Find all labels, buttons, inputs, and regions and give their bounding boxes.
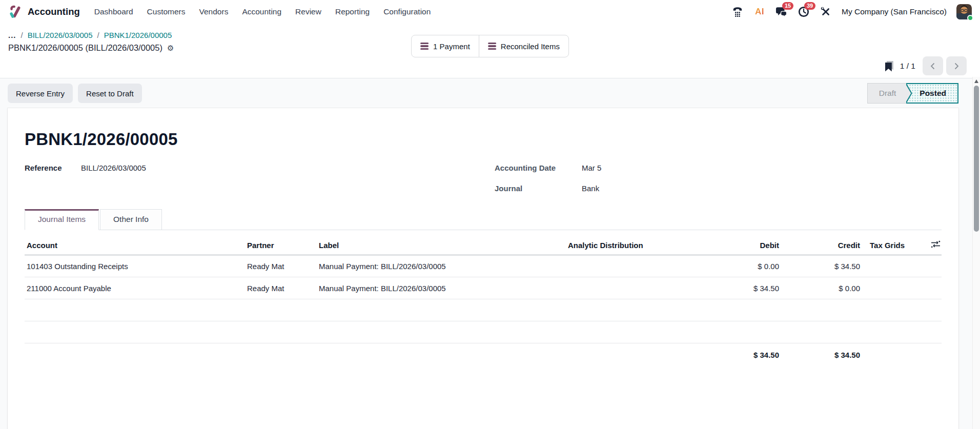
col-partner[interactable]: Partner: [245, 231, 317, 255]
empty-row: [25, 299, 942, 321]
totals-row: $ 34.50 $ 34.50: [25, 343, 942, 367]
breadcrumb-separator: /: [21, 31, 23, 39]
scrollbar-up-arrow[interactable]: [974, 79, 978, 83]
header-fields: Reference BILL/2026/03/0005 Accounting D…: [25, 164, 942, 193]
col-analytic[interactable]: Analytic Distribution: [566, 231, 686, 255]
journal-items-table: Account Partner Label Analytic Distribut…: [25, 231, 942, 367]
accounting-date-label: Accounting Date: [495, 164, 582, 172]
breadcrumb-parent-link[interactable]: BILL/2026/03/0005: [28, 31, 93, 39]
reverse-entry-button[interactable]: Reverse Entry: [8, 84, 73, 103]
reference-label: Reference: [25, 164, 70, 193]
cell-label[interactable]: Manual Payment: BILL/2026/03/0005: [317, 277, 566, 299]
user-avatar[interactable]: [956, 4, 972, 19]
statusbar: Draft Posted: [867, 83, 958, 104]
cell-debit[interactable]: $ 0.00: [686, 255, 783, 277]
cell-account[interactable]: 211000 Account Payable: [25, 277, 245, 299]
bars-icon: [488, 43, 496, 50]
scrollbar-thumb[interactable]: [974, 86, 979, 232]
cell-debit[interactable]: $ 34.50: [686, 277, 783, 299]
cell-partner[interactable]: Ready Mat: [245, 277, 317, 299]
cell-account[interactable]: 101403 Outstanding Receipts: [25, 255, 245, 277]
menu-customers[interactable]: Customers: [147, 7, 186, 16]
reference-value[interactable]: BILL/2026/03/0005: [81, 164, 146, 193]
reconciled-items-smart-button[interactable]: Reconciled Items: [479, 35, 569, 57]
cell-label[interactable]: Manual Payment: BILL/2026/03/0005: [317, 255, 566, 277]
payments-smart-button[interactable]: 1 Payment: [411, 35, 479, 57]
bars-icon: [420, 43, 428, 50]
systray: AI 15 39 My Company (San Francisco): [731, 4, 972, 19]
journal-value[interactable]: Bank: [582, 184, 601, 193]
total-debit: $ 34.50: [686, 343, 783, 367]
breadcrumb-current-link[interactable]: PBNK1/2026/00005: [104, 31, 172, 39]
menu-accounting[interactable]: Accounting: [242, 7, 281, 16]
odoo-accounting-logo[interactable]: [8, 5, 23, 19]
empty-row: [25, 321, 942, 343]
tab-other-info[interactable]: Other Info: [100, 209, 162, 230]
company-switcher[interactable]: My Company (San Francisco): [842, 7, 947, 16]
chevron-left-icon: [930, 62, 936, 70]
chevron-right-icon: [953, 62, 959, 70]
cell-analytic[interactable]: [566, 277, 686, 299]
cell-credit[interactable]: $ 34.50: [783, 255, 864, 277]
cell-tax-grids[interactable]: [864, 277, 913, 299]
menu-review[interactable]: Review: [295, 7, 321, 16]
entry-name-title: PBNK1/2026/00005: [25, 130, 942, 149]
reset-to-draft-button[interactable]: Reset to Draft: [78, 84, 142, 103]
ai-icon[interactable]: AI: [753, 6, 766, 18]
reconciled-items-smart-button-label: Reconciled Items: [501, 42, 560, 51]
optional-columns-toggle[interactable]: [913, 231, 942, 255]
breadcrumb-ellipsis[interactable]: ...: [8, 31, 16, 39]
top-navbar: Accounting Dashboard Customers Vendors A…: [0, 0, 980, 24]
cell-credit[interactable]: $ 0.00: [783, 277, 864, 299]
gear-icon[interactable]: ⚙: [167, 44, 174, 53]
pager-counter[interactable]: 1 / 1: [900, 62, 915, 71]
bookmark-icon[interactable]: [885, 61, 893, 71]
accounting-date-value[interactable]: Mar 5: [582, 164, 601, 172]
pager-next-button[interactable]: [946, 56, 967, 75]
journal-item-row[interactable]: 101403 Outstanding Receipts Ready Mat Ma…: [25, 255, 942, 277]
cell-tax-grids[interactable]: [864, 255, 913, 277]
journal-label: Journal: [495, 184, 582, 193]
statusbar-state-posted[interactable]: Posted: [906, 83, 958, 104]
table-header-row: Account Partner Label Analytic Distribut…: [25, 231, 942, 255]
payments-smart-button-label: 1 Payment: [433, 42, 470, 51]
statusbar-state-draft[interactable]: Draft: [867, 83, 907, 104]
sliders-icon: [931, 240, 941, 248]
main-menu: Dashboard Customers Vendors Accounting R…: [94, 7, 431, 16]
form-sheet: PBNK1/2026/00005 Reference BILL/2026/03/…: [8, 108, 958, 429]
app-name[interactable]: Accounting: [28, 6, 80, 17]
col-credit[interactable]: Credit: [783, 231, 864, 255]
smart-button-box: 1 Payment Reconciled Items: [411, 35, 569, 57]
status-action-row: Reverse Entry Reset to Draft Draft Poste…: [0, 78, 980, 108]
messages-badge: 15: [782, 2, 793, 10]
menu-reporting[interactable]: Reporting: [335, 7, 370, 16]
menu-vendors[interactable]: Vendors: [199, 7, 229, 16]
control-panel: ... / BILL/2026/03/0005 / PBNK1/2026/000…: [0, 24, 980, 78]
online-status-dot: [967, 15, 973, 21]
record-subtitle: PBNK1/2026/00005 (BILL/2026/03/0005): [8, 43, 162, 53]
tab-journal-items[interactable]: Journal Items: [25, 209, 99, 230]
menu-dashboard[interactable]: Dashboard: [94, 7, 133, 16]
col-debit[interactable]: Debit: [686, 231, 783, 255]
activities-clock-icon[interactable]: 39: [798, 6, 810, 18]
statusbar-posted-label: Posted: [920, 89, 946, 98]
tools-icon[interactable]: [820, 6, 832, 18]
breadcrumb-separator: /: [97, 31, 99, 39]
voip-phone-icon[interactable]: [731, 6, 744, 18]
pager-previous-button[interactable]: [923, 56, 943, 75]
pager: 1 / 1: [885, 56, 967, 75]
journal-item-row[interactable]: 211000 Account Payable Ready Mat Manual …: [25, 277, 942, 299]
vertical-scrollbar[interactable]: [972, 77, 980, 429]
notebook-tabs: Journal Items Other Info: [25, 209, 942, 230]
col-account[interactable]: Account: [25, 231, 245, 255]
total-credit: $ 34.50: [783, 343, 864, 367]
menu-configuration[interactable]: Configuration: [383, 7, 431, 16]
cell-partner[interactable]: Ready Mat: [245, 255, 317, 277]
messages-icon[interactable]: 15: [775, 6, 788, 18]
col-tax-grids[interactable]: Tax Grids: [864, 231, 913, 255]
activities-badge: 39: [804, 2, 815, 10]
col-label[interactable]: Label: [317, 231, 566, 255]
cell-analytic[interactable]: [566, 255, 686, 277]
statusbar-chevron-divider: [906, 84, 913, 103]
